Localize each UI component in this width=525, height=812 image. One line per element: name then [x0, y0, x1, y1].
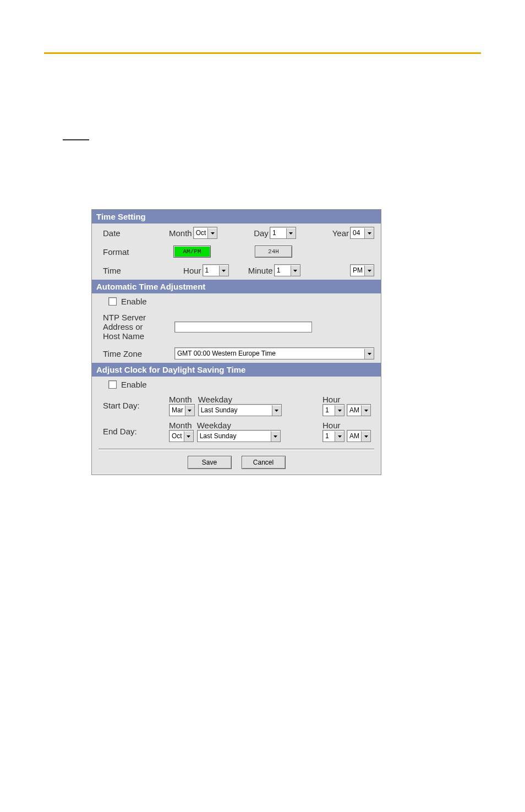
ntp-controls: [174, 321, 381, 333]
top-divider: [44, 52, 481, 54]
svg-marker-7: [188, 410, 192, 412]
dst-start-weekday-group: Weekday Last Sunday: [198, 395, 319, 416]
svg-marker-2: [368, 232, 371, 235]
time-controls: Hour 1 Minute 1 PM: [169, 264, 381, 276]
dst-start-weekday-value: Last Sunday: [199, 406, 272, 414]
dst-start-month-value: Mar: [169, 406, 185, 414]
date-row: Date Month Oct Day 1 Year 04: [92, 224, 381, 242]
day-select[interactable]: 1: [270, 227, 296, 239]
chevron-down-icon: [185, 405, 194, 416]
month-label: Month: [169, 228, 192, 238]
dst-enable-row: Enable: [92, 377, 381, 393]
cancel-button[interactable]: Cancel: [242, 456, 286, 469]
day-value: 1: [270, 229, 286, 237]
minute-label: Minute: [248, 266, 273, 275]
chevron-down-icon: [335, 405, 344, 416]
dst-month-label: Month: [169, 395, 192, 404]
timezone-controls: GMT 00:00 Western Europe Time: [174, 347, 381, 359]
chevron-down-icon: [364, 265, 374, 276]
dst-start-hour-select[interactable]: 1: [322, 404, 344, 416]
dst-end-month-select[interactable]: Oct: [169, 430, 194, 442]
dst-weekday-label: Weekday: [198, 395, 232, 404]
dst-enable-label: Enable: [121, 380, 147, 389]
chevron-down-icon: [271, 431, 280, 442]
svg-marker-14: [364, 435, 368, 438]
dst-enable-checkbox[interactable]: [108, 380, 117, 389]
dst-start-label: Start Day:: [103, 401, 169, 410]
svg-marker-3: [222, 270, 226, 272]
svg-marker-9: [338, 410, 342, 412]
dst-start-row: Start Day: Month Mar Weekday Last Sunday…: [92, 393, 381, 418]
timezone-row: Time Zone GMT 00:00 Western Europe Time: [92, 344, 381, 363]
dst-start-ampm-value: AM: [347, 406, 361, 414]
date-controls: Month Oct Day 1 Year 04: [169, 227, 381, 239]
chevron-down-icon: [291, 265, 300, 276]
month-select[interactable]: Oct: [193, 227, 218, 239]
time-setting-header: Time Setting: [92, 210, 381, 224]
format-label: Format: [103, 247, 169, 257]
svg-marker-13: [338, 435, 342, 438]
chevron-down-icon: [361, 431, 370, 442]
format-24h-button[interactable]: 24H: [255, 246, 292, 258]
minute-value: 1: [275, 266, 291, 274]
chevron-down-icon: [184, 431, 193, 442]
timezone-select[interactable]: GMT 00:00 Western Europe Time: [174, 347, 374, 359]
svg-marker-12: [274, 435, 277, 438]
format-ampm-button[interactable]: AM/PM: [173, 246, 211, 258]
button-row: Save Cancel: [92, 450, 381, 475]
ntp-server-input[interactable]: [174, 321, 312, 333]
page: Time Setting Date Month Oct Day 1 Year 0…: [0, 0, 525, 812]
dst-month-label: Month: [169, 421, 192, 430]
dst-end-hour-select[interactable]: 1: [322, 430, 344, 442]
dst-start-weekday-select[interactable]: Last Sunday: [198, 404, 282, 416]
auto-adjust-header: Automatic Time Adjustment: [92, 280, 381, 293]
svg-marker-10: [364, 410, 368, 412]
dst-end-row: End Day: Month Oct Weekday Last Sunday H…: [92, 418, 381, 444]
settings-panel: Time Setting Date Month Oct Day 1 Year 0…: [91, 209, 381, 475]
dst-start-month-group: Month Mar: [169, 395, 195, 416]
auto-enable-label: Enable: [121, 297, 147, 306]
hour-label: Hour: [183, 266, 201, 275]
ampm-value: PM: [351, 266, 364, 274]
svg-marker-11: [187, 435, 190, 438]
dst-start-hour-group: Hour 1 AM: [322, 395, 371, 416]
dst-end-weekday-select[interactable]: Last Sunday: [197, 430, 281, 442]
timezone-label: Time Zone: [103, 349, 174, 358]
ntp-row: NTP Server Address or Host Name: [92, 309, 381, 344]
save-button[interactable]: Save: [188, 456, 232, 469]
chevron-down-icon: [335, 431, 344, 442]
dst-hour-label: Hour: [322, 421, 341, 430]
minute-select[interactable]: 1: [274, 264, 300, 276]
dst-end-label: End Day:: [103, 427, 169, 436]
chevron-down-icon: [207, 228, 217, 238]
format-controls: AM/PM 24H: [169, 246, 381, 258]
dst-weekday-label: Weekday: [197, 421, 231, 430]
dst-start-hour-value: 1: [323, 406, 335, 414]
dst-hour-label: Hour: [322, 395, 341, 404]
svg-marker-8: [275, 410, 278, 412]
format-row: Format AM/PM 24H: [92, 242, 381, 261]
year-value: 04: [351, 229, 364, 237]
time-row: Time Hour 1 Minute 1 PM: [92, 261, 381, 280]
svg-marker-6: [368, 353, 371, 355]
day-label: Day: [254, 228, 269, 238]
dst-start-ampm-select[interactable]: AM: [347, 404, 371, 416]
chevron-down-icon: [361, 405, 370, 416]
dst-end-hour-value: 1: [323, 432, 335, 440]
auto-enable-row: Enable: [92, 293, 381, 309]
auto-enable-checkbox[interactable]: [108, 297, 117, 306]
chevron-down-icon: [364, 348, 374, 359]
chevron-down-icon: [364, 228, 374, 238]
dst-start-month-select[interactable]: Mar: [169, 404, 195, 416]
svg-marker-1: [289, 232, 293, 235]
svg-marker-5: [368, 270, 371, 272]
month-value: Oct: [194, 229, 208, 237]
chevron-down-icon: [219, 265, 228, 276]
chevron-down-icon: [286, 228, 296, 238]
small-underline: [63, 139, 89, 140]
ampm-select[interactable]: PM: [350, 264, 374, 276]
timezone-value: GMT 00:00 Western Europe Time: [175, 350, 364, 357]
hour-select[interactable]: 1: [203, 264, 229, 276]
year-select[interactable]: 04: [350, 227, 374, 239]
dst-end-ampm-select[interactable]: AM: [347, 430, 371, 442]
